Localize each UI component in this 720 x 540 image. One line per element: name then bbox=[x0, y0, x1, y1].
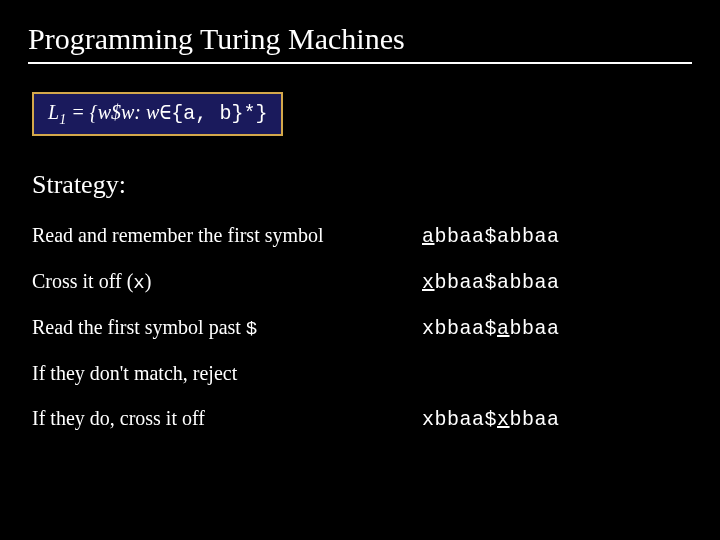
lang-dollar: $ bbox=[111, 101, 121, 123]
lang-colon: : bbox=[134, 101, 146, 123]
slide-title: Programming Turing Machines bbox=[28, 22, 692, 64]
strategy-row: Cross it off (x) xbbaa$abbaa bbox=[32, 270, 692, 294]
strategy-row: If they do, cross it off xbbaa$xbbaa bbox=[32, 407, 692, 431]
tape-post: bbaa bbox=[510, 408, 560, 431]
lang-member: ∈{a, b}*} bbox=[159, 102, 267, 125]
strategy-heading: Strategy: bbox=[32, 170, 692, 200]
lang-w2: w bbox=[121, 101, 134, 123]
tape-post: bbaa bbox=[510, 317, 560, 340]
step-desc: Cross it off (x) bbox=[32, 270, 422, 294]
lang-w3: w bbox=[146, 101, 159, 123]
strategy-row: If they don't match, reject bbox=[32, 362, 692, 385]
tape-state: xbbaa$abbaa bbox=[422, 271, 560, 294]
tape-head: a bbox=[422, 225, 435, 248]
lang-L: L bbox=[48, 101, 59, 123]
tape-head: x bbox=[422, 271, 435, 294]
slide-container: Programming Turing Machines L1 = {w$w: w… bbox=[0, 0, 720, 475]
strategy-rows: Read and remember the first symbol abbaa… bbox=[32, 224, 692, 431]
tape-state: abbaa$abbaa bbox=[422, 225, 560, 248]
step-desc: Read and remember the first symbol bbox=[32, 224, 422, 247]
strategy-row: Read the first symbol past $ xbbaa$abbaa bbox=[32, 316, 692, 340]
step-desc: If they do, cross it off bbox=[32, 407, 422, 430]
tape-post: bbaa$abbaa bbox=[435, 225, 560, 248]
tape-pre: xbbaa$ bbox=[422, 408, 497, 431]
lang-w1: w bbox=[98, 101, 111, 123]
language-definition-box: L1 = {w$w: w∈{a, b}*} bbox=[32, 92, 283, 136]
tape-state: xbbaa$xbbaa bbox=[422, 408, 560, 431]
lang-equals: = { bbox=[66, 101, 98, 123]
strategy-row: Read and remember the first symbol abbaa… bbox=[32, 224, 692, 248]
step-desc: If they don't match, reject bbox=[32, 362, 422, 385]
tape-head: a bbox=[497, 317, 510, 340]
tape-pre: xbbaa$ bbox=[422, 317, 497, 340]
tape-head: x bbox=[497, 408, 510, 431]
tape-state: xbbaa$abbaa bbox=[422, 317, 560, 340]
tape-post: bbaa$abbaa bbox=[435, 271, 560, 294]
step-desc: Read the first symbol past $ bbox=[32, 316, 422, 340]
